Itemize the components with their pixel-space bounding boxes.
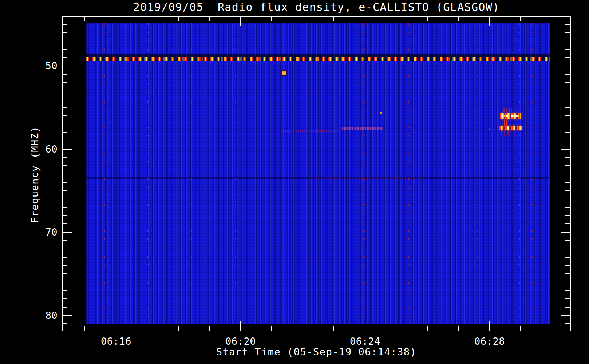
y-tick xyxy=(63,215,67,216)
x-tick xyxy=(84,326,85,331)
x-tick xyxy=(333,17,334,21)
y-tick xyxy=(63,41,67,41)
x-tick xyxy=(458,326,459,331)
y-tick xyxy=(63,115,67,116)
vertical-rfi-streaks xyxy=(532,23,533,324)
y-tick xyxy=(63,315,72,316)
vertical-rfi-streaks xyxy=(104,23,105,324)
y-tick-label: 60 xyxy=(15,143,58,155)
vertical-rfi-streaks xyxy=(191,23,192,324)
x-tick xyxy=(489,321,490,331)
x-tick xyxy=(458,17,459,21)
y-tick xyxy=(561,232,570,233)
y-tick-label: 80 xyxy=(15,310,58,321)
y-tick xyxy=(63,157,67,158)
y-tick xyxy=(63,107,67,108)
y-tick xyxy=(565,57,570,58)
rfi-dashed-line-49MHz xyxy=(86,57,550,61)
y-tick xyxy=(565,182,570,183)
vertical-rfi-streaks xyxy=(477,23,478,324)
burst-speckles-below xyxy=(501,130,518,136)
burst-band-56MHz xyxy=(500,113,521,119)
y-tick xyxy=(565,124,570,124)
x-tick xyxy=(520,17,521,21)
x-tick xyxy=(116,17,116,26)
vertical-rfi-streaks xyxy=(278,23,278,324)
x-tick xyxy=(240,17,241,26)
y-tick xyxy=(63,207,67,208)
y-tick xyxy=(63,132,67,133)
y-tick xyxy=(565,282,570,282)
y-tick xyxy=(565,74,570,75)
x-tick xyxy=(147,326,147,331)
x-tick xyxy=(209,17,210,21)
y-tick xyxy=(565,240,570,241)
vertical-rfi-streaks xyxy=(408,23,409,324)
y-tick xyxy=(63,99,67,99)
x-tick xyxy=(427,326,428,331)
y-tick xyxy=(63,141,67,141)
pink-drifting-streak xyxy=(342,127,383,130)
y-tick xyxy=(565,190,570,191)
y-tick xyxy=(565,290,570,291)
y-tick xyxy=(63,182,67,183)
x-tick xyxy=(240,321,241,331)
y-tick xyxy=(565,32,570,33)
y-tick xyxy=(63,82,67,83)
y-tick xyxy=(565,273,570,274)
y-tick xyxy=(565,107,570,108)
vertical-rfi-streaks xyxy=(147,23,148,324)
x-tick xyxy=(303,17,303,21)
x-tick-label: 06:20 xyxy=(215,336,266,347)
x-tick xyxy=(396,17,396,21)
vertical-rfi-streaks xyxy=(452,23,452,324)
x-tick-label: 06:24 xyxy=(340,336,391,347)
x-tick xyxy=(333,326,334,331)
chart-title: 2019/09/05 Radio flux density, e-CALLIST… xyxy=(62,1,571,13)
y-tick xyxy=(63,240,67,241)
y-tick xyxy=(561,315,570,316)
y-tick xyxy=(63,257,67,258)
y-tick xyxy=(565,165,570,166)
x-tick xyxy=(147,17,147,21)
x-tick-label: 06:16 xyxy=(91,336,142,347)
x-tick xyxy=(427,17,428,21)
x-tick xyxy=(520,326,521,331)
y-tick xyxy=(63,307,67,308)
spectrogram-figure: 2019/09/05 Radio flux density, e-CALLIST… xyxy=(0,0,589,364)
x-axis-title: Start Time (05-Sep-19 06:14:38) xyxy=(62,346,571,357)
x-tick xyxy=(209,326,210,331)
x-tick xyxy=(271,17,272,21)
y-tick xyxy=(63,232,72,233)
y-tick xyxy=(565,115,570,116)
y-tick xyxy=(63,174,67,174)
y-tick xyxy=(561,66,570,66)
y-tick xyxy=(63,249,67,249)
burst-faint-top xyxy=(503,108,514,112)
x-tick xyxy=(552,326,552,331)
vertical-rfi-streaks xyxy=(321,23,321,324)
x-tick xyxy=(552,17,552,21)
x-tick xyxy=(396,326,396,331)
y-tick xyxy=(63,66,72,66)
y-tick xyxy=(565,257,570,258)
y-tick xyxy=(565,99,570,99)
y-tick xyxy=(565,207,570,208)
y-tick xyxy=(565,141,570,141)
y-tick xyxy=(63,165,67,166)
y-tick xyxy=(565,249,570,249)
y-tick xyxy=(63,298,67,299)
y-tick xyxy=(565,157,570,158)
red-dot xyxy=(489,128,490,130)
y-tick xyxy=(63,265,67,266)
y-tick xyxy=(63,49,67,50)
y-tick xyxy=(63,199,67,199)
spectrogram-image xyxy=(86,23,550,324)
y-tick xyxy=(565,132,570,133)
orange-point-burst xyxy=(282,71,286,75)
y-tick xyxy=(63,282,67,282)
x-tick xyxy=(178,326,179,331)
y-tick xyxy=(565,215,570,216)
y-tick xyxy=(63,149,72,150)
y-tick xyxy=(63,124,67,124)
